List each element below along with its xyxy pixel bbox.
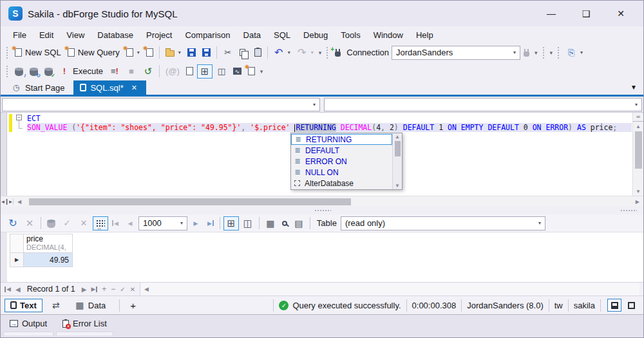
scroll-left-icon[interactable]: ◀ — [144, 286, 149, 292]
toolbar-overflow-icon[interactable]: ▾ — [548, 50, 555, 56]
row-selector[interactable]: ▶ — [10, 253, 24, 267]
maximize-icon[interactable]: ❑ — [576, 8, 596, 19]
column-visibility-button[interactable]: ▦ — [262, 216, 279, 230]
toolbar-grip[interactable] — [6, 46, 9, 59]
tab-start-page[interactable]: ◷ Start Page — [5, 80, 73, 95]
menu-item-tools[interactable]: Tools — [335, 28, 366, 42]
code-line-1[interactable]: ECT — [27, 114, 632, 123]
scrollbar-splitter-icon[interactable]: ◂❙▸ — [1, 198, 14, 205]
menu-item-window[interactable]: Window — [368, 28, 409, 42]
last-record-icon[interactable]: ▶ — [91, 286, 97, 292]
last-page-button[interactable]: ▶ — [204, 219, 217, 228]
tab-close-icon[interactable]: ✕ — [131, 84, 137, 92]
layout-panes-button[interactable]: ◫ — [213, 64, 230, 79]
tab-sql-document[interactable]: SQL.sql* ✕ — [73, 80, 146, 95]
toolbar-overflow-icon[interactable]: ▾ — [533, 50, 540, 56]
first-page-button[interactable]: ◀ — [109, 219, 122, 228]
code-fold-icon[interactable]: − — [16, 115, 22, 120]
autocomplete-item-null-on[interactable]: ≣NULL ON — [291, 167, 392, 178]
editor-vertical-scrollbar[interactable]: ═ ▲ ▼ — [632, 113, 643, 196]
append-record-icon[interactable]: + — [102, 285, 106, 294]
view-tab-data[interactable]: ▦ Data — [70, 298, 111, 312]
menu-item-comparison[interactable]: Comparison — [179, 28, 236, 42]
scrollbar-thumb[interactable] — [395, 141, 401, 156]
mail-results-button[interactable]: (@) — [162, 64, 183, 79]
tab-output[interactable]: → Output — [3, 317, 53, 335]
scroll-down-icon[interactable]: ▼ — [395, 183, 400, 189]
splitter-grip[interactable] — [620, 209, 637, 212]
save-button[interactable] — [184, 47, 199, 58]
stop-button[interactable]: ■ — [123, 64, 140, 79]
refresh-results-button[interactable]: ↻ — [5, 216, 21, 230]
results-to-file-button[interactable] — [183, 66, 196, 77]
tab-list-dropdown-icon[interactable]: ▼ — [630, 84, 637, 91]
refresh-connection-button[interactable]: ↻ — [26, 66, 41, 77]
toolbar-grip[interactable] — [557, 46, 560, 59]
autocomplete-item-default[interactable]: ≣DEFAULT — [291, 145, 392, 156]
grid-horizontal-scrollbar[interactable]: ◀ — [140, 283, 639, 296]
menu-item-database[interactable]: Database — [91, 28, 139, 42]
toolbar-overflow-icon[interactable]: ▾ — [317, 50, 324, 56]
cancel-refresh-button[interactable]: ✕ — [21, 216, 38, 230]
grid-cell-price[interactable]: 49.95 — [24, 253, 73, 267]
cancel-edit-icon[interactable]: ✕ — [130, 286, 135, 293]
scroll-up-icon[interactable]: ▲ — [395, 134, 400, 140]
autocomplete-item-error-on[interactable]: ≣ERROR ON — [291, 156, 392, 167]
search-in-grid-button[interactable] — [279, 220, 290, 227]
grid-corner[interactable] — [10, 234, 24, 253]
execute-button[interactable]: ! Execute — [56, 64, 106, 79]
close-icon[interactable]: ✕ — [611, 8, 630, 19]
toolbar-grip[interactable] — [326, 46, 329, 59]
menu-item-view[interactable]: View — [61, 28, 90, 42]
scroll-up-icon[interactable]: ▲ — [636, 122, 641, 131]
delete-record-icon[interactable]: − — [111, 285, 115, 294]
swap-views-button[interactable]: ⇄ — [46, 298, 66, 312]
toolbar-grip[interactable] — [542, 46, 545, 59]
minimize-icon[interactable]: — — [542, 8, 561, 19]
new-sql-button[interactable]: New SQL — [12, 46, 64, 59]
menu-item-project[interactable]: Project — [140, 28, 178, 42]
editor-horizontal-scrollbar[interactable]: ◂❙▸ ◀ ▶ — [1, 196, 643, 207]
execute-script-button[interactable]: ≡! — [106, 64, 123, 79]
history-button[interactable]: ↺ — [140, 64, 156, 79]
grid-view-toggle[interactable]: ⊞ — [223, 216, 239, 230]
save-all-button[interactable] — [199, 47, 214, 58]
format-button[interactable]: ⎘▾ — [563, 46, 586, 60]
rollback-button[interactable]: ✕ — [75, 216, 92, 230]
menu-item-debug[interactable]: Debug — [298, 28, 334, 42]
chart-button[interactable]: ∿ — [230, 66, 245, 76]
scroll-down-icon[interactable]: ▼ — [636, 187, 641, 196]
scrollbar-splitter-icon[interactable]: ═ — [633, 113, 643, 122]
export-grid-button[interactable]: ▤ — [290, 216, 307, 230]
previous-page-button[interactable]: ◀ — [122, 216, 138, 230]
menu-item-help[interactable]: Help — [410, 28, 439, 42]
menu-item-data[interactable]: Data — [238, 28, 267, 42]
apply-filter-button[interactable] — [44, 218, 59, 229]
new-connection-button[interactable]: + — [332, 48, 344, 58]
object-combobox[interactable]: ▾ — [324, 98, 642, 111]
next-page-button[interactable]: ▶ — [187, 216, 204, 230]
new-window-button[interactable] — [245, 66, 258, 77]
scrollbar-thumb[interactable] — [29, 198, 351, 205]
results-to-grid-toggle[interactable]: ⊞ — [197, 64, 213, 79]
next-record-icon[interactable]: ▶ — [82, 286, 87, 293]
autocomplete-item-returning[interactable]: ≣RETURNING — [291, 134, 392, 145]
menu-item-file[interactable]: File — [7, 28, 32, 42]
add-view-button[interactable]: + — [125, 299, 141, 312]
first-record-icon[interactable]: ◀ — [5, 286, 11, 292]
autocomplete-item-alterdatabase[interactable]: AlterDatabase — [291, 178, 392, 189]
open-file-button[interactable]: ▾ — [162, 47, 184, 58]
previous-record-icon[interactable]: ◀ — [15, 286, 21, 293]
table-combobox[interactable]: (read only) ▾ — [341, 216, 545, 230]
view-tab-text[interactable]: Text — [5, 299, 43, 312]
editor-results-splitter[interactable] — [1, 207, 643, 214]
database-combobox[interactable]: ▾ — [2, 98, 320, 111]
page-size-combobox[interactable]: 1000 ▾ — [138, 216, 187, 230]
new-query-button[interactable]: New Query — [64, 46, 123, 59]
splitter-grip[interactable] — [314, 209, 331, 212]
post-edit-icon[interactable]: ✓ — [120, 286, 125, 293]
layout-horizontal-button[interactable] — [607, 299, 621, 312]
code-line-2[interactable]: SON_VALUE ('{"item": "shoes", "price": "… — [27, 123, 632, 132]
autocomplete-scrollbar[interactable]: ▲ ▼ — [392, 133, 402, 189]
layout-single-button[interactable] — [624, 299, 638, 312]
